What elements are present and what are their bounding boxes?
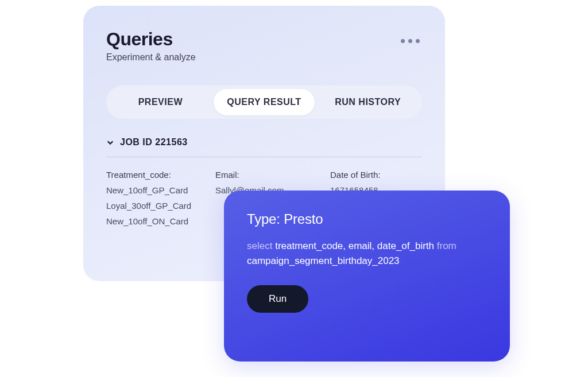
run-button[interactable]: Run (247, 285, 308, 313)
sql-keyword-from: from (437, 240, 457, 251)
sql-fields: treatment_code, email, date_of_birth (275, 240, 434, 251)
query-body: select treatment_code, email, date_of_bi… (247, 239, 487, 269)
col-email: Email: (215, 170, 319, 180)
more-menu-icon[interactable] (401, 29, 422, 43)
sql-keyword-select: select (247, 240, 272, 251)
job-id-label: JOB ID 221563 (120, 137, 188, 147)
col-treatment: Treatment_code: (106, 170, 204, 180)
chevron-down-icon (106, 138, 114, 146)
panel-subtitle: Experiment & analyze (106, 52, 196, 63)
col-dob: Date of Birth: (330, 170, 422, 180)
cell-treatment: New_10off_ON_Card (106, 216, 204, 226)
tab-run-history[interactable]: RUN HISTORY (317, 89, 419, 115)
panel-title-block: Queries Experiment & analyze (106, 29, 196, 63)
job-expand-row[interactable]: JOB ID 221563 (106, 137, 422, 157)
tab-preview[interactable]: PREVIEW (110, 89, 211, 115)
tabs: PREVIEW QUERY RESULT RUN HISTORY (106, 85, 422, 119)
panel-header: Queries Experiment & analyze (106, 29, 422, 63)
cell-treatment: Loyal_30off_GP_Card (106, 201, 204, 211)
tab-query-result[interactable]: QUERY RESULT (214, 89, 315, 115)
panel-title: Queries (106, 29, 196, 50)
query-card: Type: Presto select treatment_code, emai… (224, 191, 510, 362)
query-type-title: Type: Presto (247, 211, 487, 227)
sql-table: campaign_segment_birthday_2023 (247, 255, 400, 266)
cell-treatment: New_10off_GP_Card (106, 185, 204, 195)
